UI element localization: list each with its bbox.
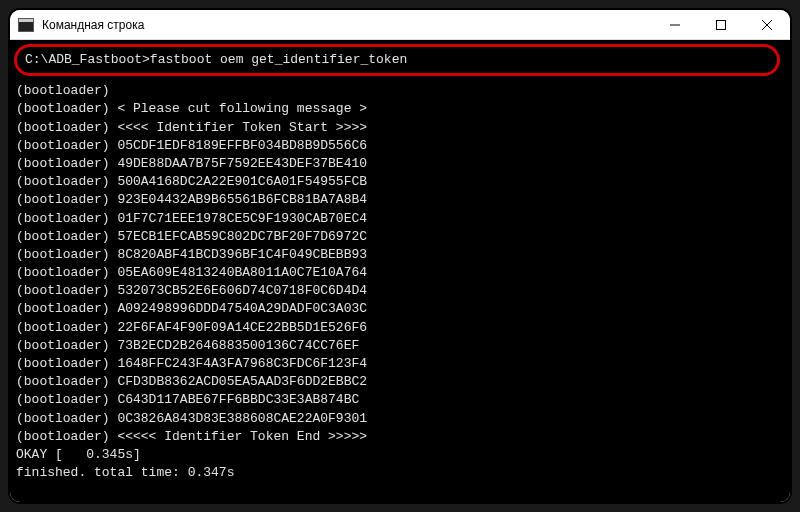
close-button[interactable]: [744, 10, 790, 39]
command-highlight: C:\ADB_Fastboot>fastboot oem get_identif…: [14, 44, 780, 76]
terminal-line: (bootloader) 57ECB1EFCAB59C802DC7BF20F7D…: [16, 228, 784, 246]
terminal-line: (bootloader) CFD3DB8362ACD05EA5AAD3F6DD2…: [16, 373, 784, 391]
terminal-line: (bootloader) 22F6FAF4F90F09A14CE22BB5D1E…: [16, 319, 784, 337]
terminal-line: (bootloader) 1648FFC243F4A3FA7968C3FDC6F…: [16, 355, 784, 373]
terminal-line: (bootloader) 05EA609E4813240BA8011A0C7E1…: [16, 264, 784, 282]
terminal-line: (bootloader) 500A4168DC2A22E901C6A01F549…: [16, 173, 784, 191]
terminal-line: (bootloader) 49DE88DAA7B75F7592EE43DEF37…: [16, 155, 784, 173]
svg-rect-1: [717, 20, 726, 29]
prompt-line: C:\ADB_Fastboot>fastboot oem get_identif…: [25, 52, 407, 67]
terminal-line: (bootloader) C643D117ABE67FF6BBDC33E3AB8…: [16, 391, 784, 409]
terminal-line: OKAY [ 0.345s]: [16, 446, 784, 464]
minimize-button[interactable]: [652, 10, 698, 39]
terminal-area[interactable]: C:\ADB_Fastboot>fastboot oem get_identif…: [10, 40, 790, 502]
terminal-line: (bootloader) 8C820ABF41BCD396BF1C4F049CB…: [16, 246, 784, 264]
terminal-line: (bootloader) <<<< Identifier Token Start…: [16, 119, 784, 137]
terminal-line: (bootloader) 01F7C71EEE1978CE5C9F1930CAB…: [16, 210, 784, 228]
window-title: Командная строка: [42, 18, 652, 32]
cmd-window: Командная строка C:\ADB_Fastboot>fastboo…: [10, 10, 790, 502]
terminal-line: (bootloader): [16, 82, 784, 100]
maximize-button[interactable]: [698, 10, 744, 39]
screenshot-frame: Командная строка C:\ADB_Fastboot>fastboo…: [8, 8, 792, 504]
terminal-line: (bootloader) 73B2ECD2B2646883500136C74CC…: [16, 337, 784, 355]
cmd-icon: [18, 18, 34, 32]
terminal-line: (bootloader) 0C3826A843D83E388608CAE22A0…: [16, 410, 784, 428]
terminal-line: (bootloader) 05CDF1EDF8189EFFBF034BD8B9D…: [16, 137, 784, 155]
terminal-line: (bootloader) 923E04432AB9B65561B6FCB81BA…: [16, 191, 784, 209]
terminal-line: finished. total time: 0.347s: [16, 464, 784, 482]
prompt-command: fastboot oem get_identifier_token: [150, 52, 407, 67]
title-bar[interactable]: Командная строка: [10, 10, 790, 40]
window-controls: [652, 10, 790, 39]
terminal-line: (bootloader) 532073CB52E6E606D74C0718F0C…: [16, 282, 784, 300]
prompt-path: C:\ADB_Fastboot>: [25, 52, 150, 67]
terminal-line: (bootloader) A092498996DDD47540A29DADF0C…: [16, 300, 784, 318]
terminal-line: (bootloader) <<<<< Identifier Token End …: [16, 428, 784, 446]
terminal-line: (bootloader) < Please cut following mess…: [16, 100, 784, 118]
terminal-output: (bootloader) (bootloader) < Please cut f…: [16, 82, 784, 482]
